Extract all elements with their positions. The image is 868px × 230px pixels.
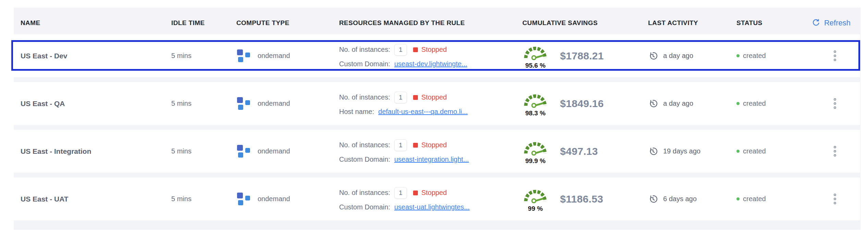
rule-name: US East - Integration [21,147,91,155]
kebab-menu-icon [834,98,836,101]
resource-link[interactable]: useast-uat.lightwingtes... [394,203,470,211]
table-body: US East - Dev 5 mins ondemand No. of ins… [14,34,860,220]
row-separator [14,125,860,130]
col-header-last-activity: LAST ACTIVITY [641,19,730,27]
history-icon [648,99,658,108]
resource-link[interactable]: useast-dev.lightwingte... [394,60,467,68]
instances-label: No. of instances: [339,93,390,101]
status-dot-icon [736,54,740,57]
refresh-button[interactable]: Refresh [812,19,851,27]
resource-link[interactable]: useast-integration.light... [394,156,469,163]
savings-percent: 98.3 % [522,110,548,117]
row-separator [14,173,860,177]
gauge-icon [522,42,548,60]
status-label: created [743,52,766,60]
stopped-square-icon [413,143,418,148]
savings-percent: 99 % [522,205,548,212]
col-header-status: STATUS [730,19,803,27]
row-actions-kebab-button[interactable] [832,144,838,159]
savings-percent: 95.6 % [522,62,548,69]
compute-cluster-icon [236,144,251,159]
row-actions-kebab-button[interactable] [832,96,838,111]
gauge-icon [522,185,548,203]
table-row[interactable]: US East - UAT 5 mins ondemand No. of ins… [14,177,860,220]
col-header-resources: RESOURCES MANAGED BY THE RULE [332,19,516,27]
table-header: NAME IDLE TIME COMPUTE TYPE RESOURCES MA… [14,8,860,34]
savings-percent: 99.9 % [522,157,548,165]
row-separator [14,77,860,82]
idle-time: 5 mins [171,195,191,203]
savings-amount: $1849.16 [560,98,604,110]
table-row[interactable]: US East - Dev 5 mins ondemand No. of ins… [14,34,860,77]
savings-gauge: 99.9 % [522,138,548,165]
instance-state: Stopped [421,141,447,149]
status-dot-icon [736,197,740,200]
last-activity: a day ago [663,100,693,107]
savings-amount: $1788.21 [560,50,604,62]
idle-time: 5 mins [171,52,191,59]
instance-state: Stopped [421,46,447,54]
instances-count: 1 [394,92,407,103]
gauge-icon [522,90,548,108]
resource-label: Custom Domain: [339,203,390,211]
history-icon [648,147,658,156]
savings-amount: $1186.53 [560,193,603,205]
resource-label: Custom Domain: [339,156,390,163]
refresh-label: Refresh [824,19,851,27]
kebab-menu-icon [834,50,836,53]
savings-gauge: 98.3 % [522,90,548,117]
resource-label: Host name: [339,108,374,116]
instances-label: No. of instances: [339,189,390,197]
last-activity: 19 days ago [663,147,700,155]
col-header-cumulative-savings: CUMULATIVE SAVINGS [516,19,641,27]
col-header-compute-type: COMPUTE TYPE [230,19,332,27]
stopped-square-icon [413,95,418,100]
compute-type: ondemand [258,100,290,107]
compute-cluster-icon [236,192,251,207]
idle-time: 5 mins [171,100,191,107]
stopped-square-icon [413,47,418,52]
col-header-name: NAME [14,19,164,27]
status-dot-icon [736,102,740,105]
instances-count: 1 [394,44,407,56]
bottom-strip [14,220,860,230]
rule-name: US East - Dev [21,52,67,60]
table-row[interactable]: US East - QA 5 mins ondemand No. of inst… [14,82,860,125]
col-header-idle-time: IDLE TIME [164,19,230,27]
compute-type: ondemand [258,52,290,60]
compute-type: ondemand [258,195,290,203]
kebab-menu-icon [834,146,836,148]
status-label: created [743,147,766,155]
row-actions-kebab-button[interactable] [832,48,838,63]
compute-cluster-icon [236,48,251,64]
rules-table-page: NAME IDLE TIME COMPUTE TYPE RESOURCES MA… [0,0,868,230]
idle-time: 5 mins [171,147,191,155]
savings-gauge: 95.6 % [522,42,548,69]
instances-count: 1 [394,187,407,199]
gauge-icon [522,138,548,156]
resource-label: Custom Domain: [339,60,390,68]
rule-name: US East - UAT [21,195,69,203]
instances-label: No. of instances: [339,46,390,54]
last-activity: a day ago [663,52,693,60]
kebab-menu-icon [834,194,836,196]
status-dot-icon [736,150,740,153]
row-actions-kebab-button[interactable] [832,192,838,206]
instance-state: Stopped [421,93,447,101]
history-icon [648,194,658,204]
savings-amount: $497.13 [560,146,598,157]
table-row[interactable]: US East - Integration 5 mins ondemand No… [14,130,860,173]
rule-name: US East - QA [21,100,65,107]
resource-link[interactable]: default-us-east---qa.demo.li... [378,108,468,116]
status-label: created [743,100,766,107]
stopped-square-icon [413,191,418,195]
refresh-icon [812,19,820,27]
status-label: created [743,195,766,203]
rules-table: NAME IDLE TIME COMPUTE TYPE RESOURCES MA… [14,8,860,230]
compute-type: ondemand [258,147,290,155]
instances-label: No. of instances: [339,141,390,149]
instance-state: Stopped [421,189,447,197]
savings-gauge: 99 % [522,185,548,212]
compute-cluster-icon [236,96,251,111]
instances-count: 1 [394,139,407,151]
